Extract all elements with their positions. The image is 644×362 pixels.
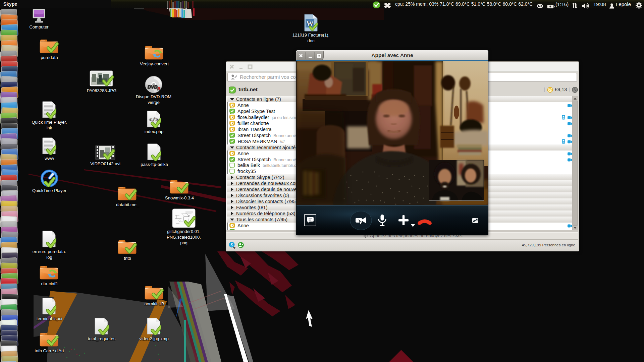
svg-text:S: S: [549, 88, 551, 92]
svg-text:DVD: DVD: [148, 84, 158, 89]
svg-text:S: S: [230, 243, 233, 247]
svg-text:R: R: [157, 86, 160, 91]
